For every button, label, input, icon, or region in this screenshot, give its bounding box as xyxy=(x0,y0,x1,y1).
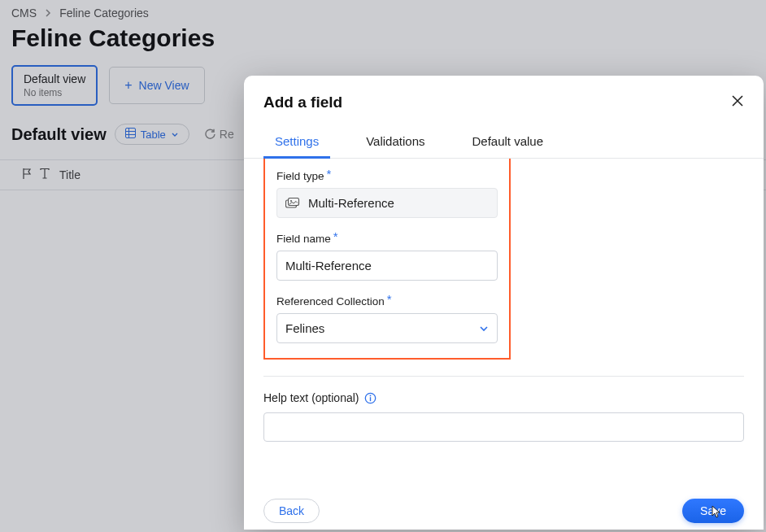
back-button[interactable]: Back xyxy=(263,499,320,523)
multi-reference-icon xyxy=(285,198,300,208)
required-indicator: * xyxy=(333,229,338,243)
svg-point-8 xyxy=(369,395,371,396)
help-text-label-row: Help text (optional) xyxy=(263,391,744,404)
svg-point-6 xyxy=(290,200,292,202)
tab-settings[interactable]: Settings xyxy=(263,128,330,158)
field-name-group: Field name* xyxy=(276,231,498,281)
modal-header: Add a field xyxy=(244,76,764,115)
field-name-label: Field name xyxy=(276,233,331,245)
ref-collection-value: Felines xyxy=(285,321,324,335)
modal-footer: Back Save xyxy=(244,484,764,530)
required-indicator: * xyxy=(387,292,392,306)
modal-tabs: Settings Validations Default value xyxy=(244,115,764,159)
ref-collection-select[interactable]: Felines xyxy=(276,313,498,343)
ref-collection-group: Referenced Collection* Felines xyxy=(276,294,498,343)
modal-title: Add a field xyxy=(263,94,342,111)
add-field-modal: Add a field Settings Validations Default… xyxy=(244,76,764,530)
info-icon[interactable] xyxy=(364,392,376,404)
field-type-group: Field type* Multi-Reference xyxy=(276,168,498,218)
tab-validations[interactable]: Validations xyxy=(355,128,436,158)
svg-rect-9 xyxy=(369,397,370,401)
close-button[interactable] xyxy=(731,94,744,111)
required-indicator: * xyxy=(327,167,332,181)
modal-body: Field type* Multi-Reference Field name* … xyxy=(244,159,764,484)
help-text-label: Help text (optional) xyxy=(263,391,359,404)
help-text-input[interactable] xyxy=(263,412,744,442)
highlight-box: Field type* Multi-Reference Field name* … xyxy=(263,159,511,360)
field-type-value: Multi-Reference xyxy=(308,196,394,210)
field-type-label: Field type xyxy=(276,170,324,182)
cursor-icon xyxy=(708,505,721,523)
chevron-down-icon xyxy=(479,321,489,335)
tab-default-value[interactable]: Default value xyxy=(460,128,555,158)
divider xyxy=(263,376,744,377)
ref-collection-label: Referenced Collection xyxy=(276,295,385,307)
help-text-group: Help text (optional) xyxy=(263,391,744,442)
field-type-display[interactable]: Multi-Reference xyxy=(276,188,498,218)
field-name-input[interactable] xyxy=(276,251,498,281)
close-icon xyxy=(731,94,744,107)
